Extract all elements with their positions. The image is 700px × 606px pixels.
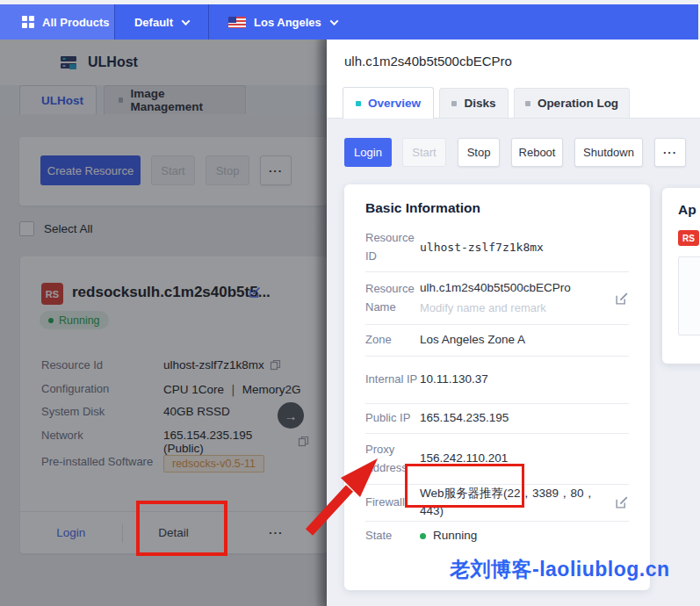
info-label: Resource ID (365, 229, 420, 264)
workspace-dropdown[interactable]: Default (115, 4, 208, 40)
info-value: 165.154.235.195 (420, 409, 629, 427)
chevron-down-icon (329, 17, 338, 25)
detail-drawer: ulh.c1m2s40b5t500cbECPro Overview Disks … (327, 40, 700, 606)
modal-backdrop (0, 40, 327, 606)
info-row-internal-ip: Internal IP 10.11.130.37 (365, 357, 629, 404)
tab-dot-icon (525, 101, 530, 106)
running-dot-icon (420, 533, 426, 539)
drawer-tabs: Overview Disks Operation Log (343, 87, 630, 119)
products-grid-icon (22, 16, 34, 28)
info-label: State (365, 527, 420, 545)
section-heading: Basic Information (365, 200, 629, 216)
basic-information-card: Basic Information Resource ID ulhost-zsl… (344, 184, 650, 590)
info-label: Firewall (365, 494, 420, 511)
region-label: Los Angeles (254, 16, 321, 29)
side-card-partial: Ap RS (662, 188, 700, 364)
info-value: ulhost-zslf7z1k8mx (420, 239, 629, 256)
shutdown-button[interactable]: Shutdown (574, 138, 643, 167)
info-label: Internal IP (365, 371, 420, 388)
side-card-avatar: RS (678, 230, 699, 246)
info-label: Proxy Address (365, 441, 420, 476)
info-row-resource-name: Resource Name ulh.c1m2s40b5t500cbECPro M… (365, 272, 629, 325)
tab-label: Operation Log (538, 97, 618, 110)
start-button[interactable]: Start (402, 138, 446, 167)
side-card-box (678, 256, 700, 335)
tab-operation-log[interactable]: Operation Log (514, 88, 630, 119)
info-value: Los Angeles Zone A (420, 331, 629, 349)
info-value: ulh.c1m2s40b5t500cbECPro (420, 279, 610, 297)
us-flag-icon (228, 17, 246, 28)
tab-overview[interactable]: Overview (343, 87, 434, 119)
info-value: 10.11.130.37 (420, 371, 629, 388)
tab-disks[interactable]: Disks (439, 88, 509, 119)
all-products-menu[interactable]: All Products (0, 4, 114, 40)
info-label: Resource Name (365, 280, 420, 315)
info-row-proxy-address: Proxy Address 156.242.110.201 (365, 434, 629, 485)
reboot-button[interactable]: Reboot (511, 138, 563, 167)
info-row-zone: Zone Los Angeles Zone A (365, 325, 629, 357)
edit-firewall-icon[interactable] (615, 495, 629, 509)
tab-label: Disks (464, 97, 495, 110)
tab-dot-icon (451, 101, 457, 106)
workspace-label: Default (134, 16, 173, 29)
info-row-resource-id: Resource ID ulhost-zslf7z1k8mx (365, 223, 629, 272)
info-value: Web服务器推荐(22，3389，80，443) (420, 485, 610, 521)
app-root: All Products Default Los Angeles (0, 0, 700, 606)
region-dropdown[interactable]: Los Angeles (209, 4, 337, 40)
info-row-public-ip: Public IP 165.154.235.195 (365, 404, 629, 434)
info-label: Public IP (365, 409, 420, 427)
tab-label: Overview (368, 97, 421, 110)
drawer-action-bar: Login Start Stop Reboot Shutdown ··· (327, 138, 700, 167)
drawer-title: ulh.c1m2s40b5t500cbECPro (344, 54, 512, 69)
info-value: 156.242.110.201 (420, 450, 629, 467)
info-row-firewall: Firewall Web服务器推荐(22，3389，80，443) (365, 485, 629, 522)
top-nav-bar: All Products Default Los Angeles (0, 4, 698, 40)
stop-button[interactable]: Stop (458, 138, 500, 167)
side-card-heading: Ap (678, 202, 700, 218)
info-value: Running (433, 527, 477, 545)
chevron-down-icon (182, 17, 191, 25)
edit-name-icon[interactable] (615, 292, 629, 306)
name-placeholder: Modify name and remark (420, 299, 610, 317)
all-products-label: All Products (42, 16, 110, 29)
login-button[interactable]: Login (344, 138, 392, 167)
info-label: Zone (365, 331, 420, 349)
drawer-more-button[interactable]: ··· (654, 138, 686, 167)
info-row-state: State Running (365, 522, 629, 552)
tab-dot-icon (356, 101, 361, 106)
